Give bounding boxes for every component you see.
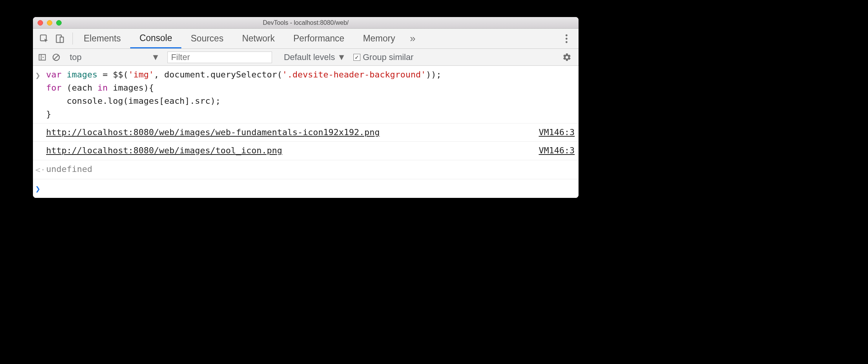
console-log-message[interactable]: http://localhost:8080/web/images/tool_ic… [46, 144, 534, 157]
main-toolbar: Elements Console Sources Network Perform… [33, 29, 579, 49]
inspect-element-icon[interactable] [37, 29, 52, 49]
toolbar-divider [72, 33, 73, 45]
tab-label: Network [242, 33, 275, 44]
tab-network[interactable]: Network [233, 29, 284, 48]
execution-context-select[interactable]: top ▼ [67, 52, 164, 62]
console-settings-icon[interactable] [562, 49, 576, 66]
console-code: var images = $$('img', document.querySel… [46, 68, 575, 121]
console-return-value: undefined [46, 163, 575, 176]
traffic-lights [33, 20, 62, 26]
tab-label: Sources [191, 33, 223, 44]
tab-label: Performance [293, 33, 344, 44]
filter-input[interactable] [167, 52, 272, 63]
tab-label: Console [140, 33, 172, 43]
return-prompt-icon: <· [35, 163, 46, 177]
console-log-row: http://localhost:8080/web/images/tool_ic… [33, 142, 579, 160]
tab-label: Elements [84, 33, 121, 44]
window-close-button[interactable] [38, 20, 43, 26]
window-title: DevTools - localhost:8080/web/ [33, 19, 579, 26]
tab-memory[interactable]: Memory [354, 29, 405, 48]
input-prompt-icon: ❯ [35, 68, 46, 82]
dropdown-arrow-icon: ▼ [152, 52, 160, 62]
console-log-row: http://localhost:8080/web/images/web-fun… [33, 124, 579, 142]
console-filter-bar: top ▼ Default levels ▼ ✓ Group similar [33, 49, 579, 66]
group-similar-toggle[interactable]: ✓ Group similar [350, 52, 417, 62]
panel-tabs: Elements Console Sources Network Perform… [74, 29, 421, 48]
window-minimize-button[interactable] [47, 20, 52, 26]
console-log-message[interactable]: http://localhost:8080/web/images/web-fun… [46, 126, 534, 139]
row-gutter [35, 126, 46, 127]
window-zoom-button[interactable] [56, 20, 62, 26]
clear-console-icon[interactable] [49, 49, 63, 66]
titlebar: DevTools - localhost:8080/web/ [33, 17, 579, 29]
svg-point-3 [566, 34, 568, 36]
overflow-glyph: » [410, 33, 415, 45]
console-output: ❯ var images = $$('img', document.queryS… [33, 66, 579, 198]
toggle-sidebar-icon[interactable] [35, 49, 49, 66]
log-level-select[interactable]: Default levels ▼ [280, 52, 350, 62]
svg-rect-6 [39, 54, 46, 60]
svg-rect-2 [60, 37, 64, 42]
svg-point-4 [566, 38, 568, 39]
row-gutter [35, 144, 46, 145]
console-log-source[interactable]: VM146:3 [534, 144, 575, 157]
svg-point-5 [566, 41, 568, 43]
log-level-label: Default levels [284, 52, 335, 62]
device-toolbar-icon[interactable] [52, 29, 67, 49]
tab-console[interactable]: Console [130, 29, 181, 48]
console-prompt-row[interactable]: ❯ [33, 179, 579, 198]
tab-label: Memory [363, 33, 395, 44]
group-similar-label: Group similar [363, 52, 413, 62]
console-log-source[interactable]: VM146:3 [534, 126, 575, 139]
dropdown-arrow-icon: ▼ [337, 52, 346, 62]
tabs-overflow-button[interactable]: » [405, 29, 421, 48]
kebab-menu-icon[interactable] [559, 29, 574, 49]
context-label: top [70, 52, 82, 62]
console-return-row: <· undefined [33, 160, 579, 179]
tab-performance[interactable]: Performance [284, 29, 354, 48]
prompt-icon: ❯ [35, 182, 46, 196]
tab-sources[interactable]: Sources [181, 29, 232, 48]
checkbox-icon: ✓ [353, 54, 360, 61]
devtools-window: DevTools - localhost:8080/web/ [33, 17, 579, 198]
console-input-row[interactable]: ❯ var images = $$('img', document.queryS… [33, 66, 579, 124]
tab-elements[interactable]: Elements [74, 29, 130, 48]
